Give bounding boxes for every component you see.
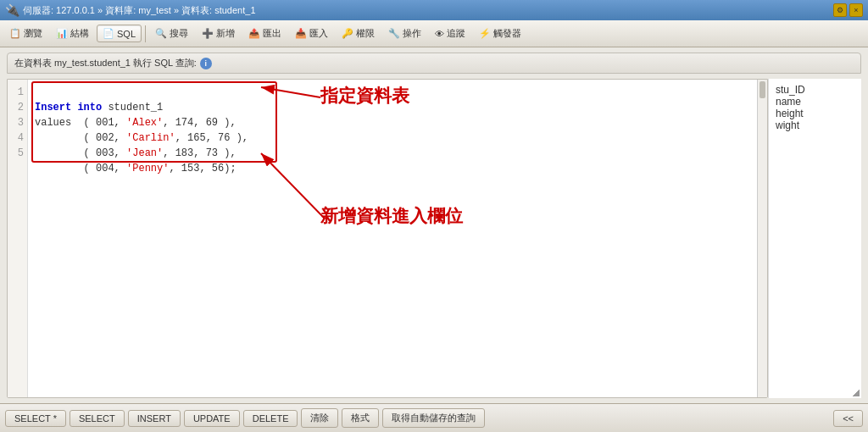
column-sidebar: stu_ID name height wight	[768, 79, 861, 398]
tab-search[interactable]: 🔍 搜尋	[149, 24, 194, 43]
search-icon: 🔍	[155, 28, 167, 39]
col-stu-id: stu_ID	[776, 84, 854, 96]
tab-import[interactable]: 📥 匯入	[289, 24, 334, 43]
history-button[interactable]: 取得自動儲存的查詢	[382, 408, 485, 428]
triggers-icon: ⚡	[479, 28, 491, 39]
browse-icon: 📋	[9, 28, 21, 39]
editor-row: 1 2 3 4 5 Insert into student_1 values (…	[7, 79, 768, 398]
tab-insert[interactable]: ➕ 新增	[196, 24, 241, 43]
code-area[interactable]: Insert into student_1 values ( 001, 'Ale…	[28, 80, 757, 397]
import-icon: 📥	[295, 28, 307, 39]
operations-icon: 🔧	[388, 28, 400, 39]
clear-button[interactable]: 清除	[301, 408, 338, 428]
structure-icon: 📊	[56, 28, 68, 39]
sql-icon: 📄	[103, 28, 114, 39]
tab-tracking[interactable]: 👁 追蹤	[429, 24, 471, 43]
sql-header-text: 在資料表 my_test.student_1 執行 SQL 查詢:	[14, 57, 197, 69]
update-button[interactable]: UPDATE	[184, 410, 240, 427]
title-text: 伺服器: 127.0.0.1 » 資料庫: my_test » 資料表: stu…	[23, 4, 830, 17]
bottom-toolbar: SELECT * SELECT INSERT UPDATE DELETE 清除 …	[0, 403, 868, 432]
info-icon[interactable]: i	[200, 58, 212, 69]
format-button[interactable]: 格式	[342, 408, 379, 428]
tracking-icon: 👁	[435, 29, 444, 39]
tab-sql[interactable]: 📄 SQL	[97, 25, 142, 42]
select-button[interactable]: SELECT	[70, 410, 125, 427]
title-bar: 🔌 伺服器: 127.0.0.1 » 資料庫: my_test » 資料表: s…	[0, 0, 868, 20]
sql-header: 在資料表 my_test.student_1 執行 SQL 查詢: i	[7, 53, 861, 74]
line-numbers: 1 2 3 4 5	[8, 80, 28, 397]
tab-browse[interactable]: 📋 瀏覽	[3, 24, 48, 43]
col-wight: wight	[776, 119, 854, 131]
nav-back-button[interactable]: <<	[833, 410, 863, 427]
tab-permissions[interactable]: 🔑 權限	[336, 24, 381, 43]
toolbar: 📋 瀏覽 📊 結構 📄 SQL 🔍 搜尋 ➕ 新增 📤 匯出 📥 匯入 🔑 權限…	[0, 20, 868, 47]
close-btn[interactable]: ×	[849, 3, 863, 17]
tab-triggers[interactable]: ⚡ 觸發器	[473, 24, 527, 43]
settings-btn[interactable]: ⚙	[833, 3, 847, 17]
col-height: height	[776, 108, 854, 119]
select-star-button[interactable]: SELECT *	[5, 410, 66, 427]
export-icon: 📤	[248, 28, 260, 39]
col-name: name	[776, 96, 854, 108]
tab-structure[interactable]: 📊 結構	[50, 24, 95, 43]
main-content: 在資料表 my_test.student_1 執行 SQL 查詢: i 1 2 …	[0, 47, 868, 403]
insert-icon: ➕	[202, 28, 214, 39]
tab-operations[interactable]: 🔧 操作	[382, 24, 427, 43]
delete-button[interactable]: DELETE	[243, 410, 298, 427]
insert-button[interactable]: INSERT	[128, 410, 181, 427]
tab-export[interactable]: 📤 匯出	[242, 24, 287, 43]
title-icon: 🔌	[5, 3, 19, 17]
permissions-icon: 🔑	[342, 28, 353, 39]
